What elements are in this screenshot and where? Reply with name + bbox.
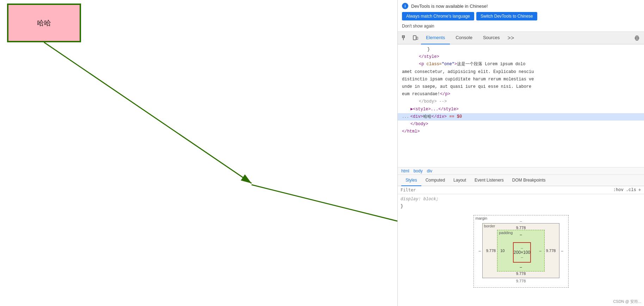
border-left-value: 9.778 bbox=[485, 249, 497, 253]
dom-line: amet consectetur, adipisicing elit. Expl… bbox=[398, 68, 644, 76]
info-icon: i bbox=[402, 3, 408, 9]
more-tabs-button[interactable]: >> bbox=[506, 35, 516, 41]
padding-label: padding bbox=[499, 231, 513, 235]
border-label: border bbox=[484, 224, 495, 228]
breadcrumb-item-body[interactable]: body bbox=[414, 169, 423, 173]
filter-input[interactable] bbox=[401, 188, 611, 192]
dom-line: </body> bbox=[398, 121, 644, 128]
border-box: border 9.778 9.778 padding – bbox=[482, 223, 560, 278]
padding-bottom-value: – bbox=[499, 264, 543, 270]
margin-box: margin – – border 9.778 9.778 bbox=[473, 215, 569, 288]
padding-left-value: 10 bbox=[499, 249, 506, 253]
devtools-settings-button[interactable] bbox=[632, 33, 642, 43]
border-bottom-value: 9.778 bbox=[485, 271, 557, 276]
border-middle: 9.778 padding – 10 bbox=[485, 230, 557, 271]
devtools-panel: i DevTools is now available in Chinese! … bbox=[397, 0, 644, 306]
notification-text: DevTools is now available in Chinese! bbox=[411, 4, 488, 9]
style-tab-computed[interactable]: Computed bbox=[421, 175, 449, 186]
box-model-area: margin – – border 9.778 9.778 bbox=[473, 215, 569, 288]
content-bottom-dash: – bbox=[514, 255, 530, 259]
border-right-value: 9.778 bbox=[545, 249, 557, 253]
dont-show-again-link[interactable]: Don't show again bbox=[402, 23, 434, 29]
tab-sources[interactable]: Sources bbox=[478, 32, 505, 44]
svg-line-1 bbox=[44, 42, 252, 183]
margin-label: margin bbox=[476, 216, 488, 220]
dom-expand-dots[interactable]: ... bbox=[402, 115, 409, 119]
filter-plus-button[interactable]: + bbox=[638, 187, 641, 193]
notification-top: i DevTools is now available in Chinese! bbox=[402, 3, 640, 9]
style-tabs-bar: Styles Computed Layout Event Listeners D… bbox=[398, 175, 644, 186]
breadcrumb-item-html[interactable]: html bbox=[401, 169, 409, 173]
svg-rect-7 bbox=[416, 37, 418, 39]
dom-panel: } </style> <p class="one">这是一个段落 Lorem i… bbox=[398, 44, 644, 306]
dom-line: <p class="one">这是一个段落 Lorem ipsum dolo bbox=[398, 61, 644, 68]
dom-line: </style> bbox=[398, 53, 644, 61]
devtools-tabs-bar: Elements Console Sources >> bbox=[398, 32, 644, 44]
content-size: 200×100 bbox=[514, 250, 530, 255]
always-match-button[interactable]: Always match Chrome's language bbox=[402, 12, 474, 20]
demo-box-text: 哈哈 bbox=[37, 18, 51, 28]
dom-line: unde in saepe, aut quasi iure qui esse n… bbox=[398, 83, 644, 91]
border-top-value: 9.778 bbox=[485, 226, 557, 230]
padding-box: padding – 10 – bbox=[497, 230, 545, 271]
device-toolbar-button[interactable] bbox=[410, 33, 420, 43]
style-tab-dom-breakpoints[interactable]: DOM Breakpoints bbox=[508, 175, 550, 186]
svg-rect-6 bbox=[413, 36, 416, 40]
breadcrumb-item-div[interactable]: div bbox=[427, 169, 432, 173]
dom-content[interactable]: } </style> <p class="one">这是一个段落 Lorem i… bbox=[398, 44, 644, 167]
margin-middle: – border 9.778 9.778 padding bbox=[477, 223, 565, 278]
margin-left-value: – bbox=[477, 249, 482, 253]
style-panel: :hov .cls + display: block; } margin – bbox=[398, 186, 644, 306]
breadcrumb-bar: html body div bbox=[398, 167, 644, 175]
arrow-annotation bbox=[0, 0, 397, 306]
gear-icon bbox=[634, 35, 640, 41]
css-rule-line: } bbox=[401, 203, 641, 210]
inspect-icon-button[interactable] bbox=[400, 33, 410, 43]
content-box: – 200×100 – bbox=[513, 242, 531, 263]
dom-line-selected[interactable]: ...<div>哈哈</div> == $0 bbox=[398, 113, 644, 121]
margin-right-value: – bbox=[559, 249, 564, 253]
filter-bar: :hov .cls + bbox=[398, 186, 644, 194]
dom-line: eum recusandae!</p> bbox=[398, 91, 644, 98]
svg-point-8 bbox=[636, 37, 638, 39]
filter-hov-cls-button[interactable]: :hov .cls bbox=[613, 188, 636, 192]
style-tab-layout[interactable]: Layout bbox=[449, 175, 470, 186]
demo-box: 哈哈 bbox=[7, 4, 81, 42]
dom-line: } bbox=[398, 46, 644, 53]
dom-line: </html> bbox=[398, 128, 644, 135]
content-top-dash: – bbox=[514, 246, 530, 250]
margin-bottom-value: 9.778 bbox=[477, 278, 565, 284]
css-rules: display: block; } bbox=[398, 194, 644, 212]
tab-elements[interactable]: Elements bbox=[421, 32, 450, 44]
style-tab-event-listeners[interactable]: Event Listeners bbox=[470, 175, 508, 186]
dom-line: distinctio ipsam cupiditate harum rerum … bbox=[398, 76, 644, 83]
style-tab-styles[interactable]: Styles bbox=[401, 175, 421, 186]
margin-top-value: – bbox=[477, 219, 565, 223]
switch-chinese-button[interactable]: Switch DevTools to Chinese bbox=[476, 12, 537, 20]
padding-sides: 10 – 200×100 – bbox=[499, 237, 543, 264]
notification-bar: i DevTools is now available in Chinese! … bbox=[398, 0, 644, 32]
dom-line: </body> --> bbox=[398, 98, 644, 105]
padding-right-value: – bbox=[538, 249, 543, 253]
notification-buttons: Always match Chrome's language Switch De… bbox=[402, 12, 640, 20]
main-page-area: 哈哈 bbox=[0, 0, 397, 306]
inspect-icon bbox=[402, 35, 408, 41]
svg-line-2 bbox=[252, 185, 397, 231]
tab-console[interactable]: Console bbox=[451, 32, 477, 44]
dom-line: ►<style>...</style> bbox=[398, 106, 644, 113]
device-icon bbox=[413, 35, 418, 41]
css-rule-line: display: block; bbox=[401, 196, 641, 203]
page-watermark: CSDN @ 安符... bbox=[613, 299, 641, 304]
